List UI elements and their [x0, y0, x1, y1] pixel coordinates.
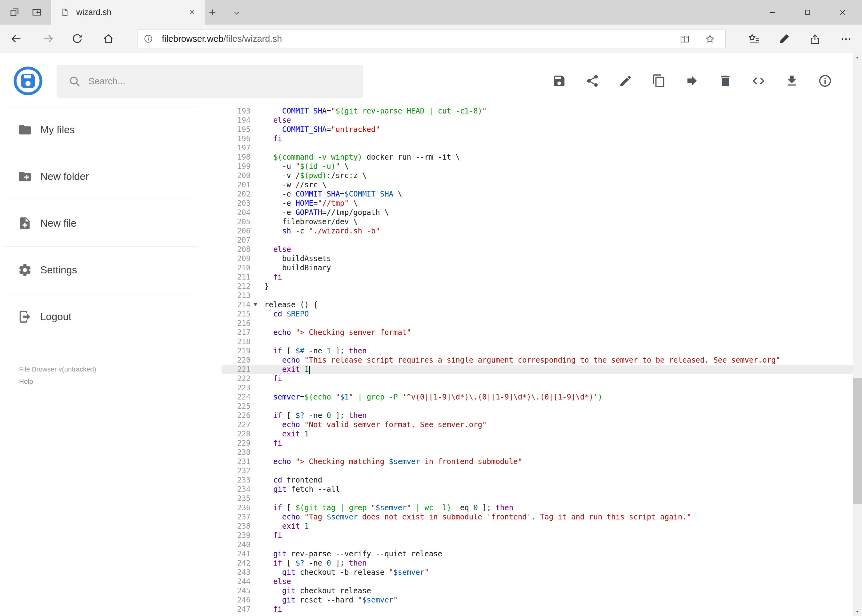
code-line-246[interactable]: 246 git reset --hard "$semver": [222, 596, 853, 605]
code-button[interactable]: [749, 71, 769, 91]
favorite-button[interactable]: [703, 32, 717, 46]
code-line-214[interactable]: 214release () {: [222, 300, 853, 310]
code-line-194[interactable]: 194 else: [222, 116, 853, 125]
code-line-208[interactable]: 208 else: [222, 245, 853, 254]
code-line-236[interactable]: 236 if [ $(git tag | grep "$semver" | wc…: [222, 503, 853, 512]
url-field[interactable]: filebrowser.web/files/wizard.sh: [137, 30, 726, 48]
code-line-196[interactable]: 196 fi: [222, 134, 853, 143]
help-link[interactable]: Help: [19, 376, 96, 388]
fold-marker-icon[interactable]: [253, 303, 258, 306]
code-line-203[interactable]: 203 -e HOME="//tmp" \: [222, 199, 853, 208]
maximize-button[interactable]: [790, 0, 825, 25]
page-scrollbar[interactable]: [853, 53, 862, 616]
code-line-211[interactable]: 211 fi: [222, 272, 853, 282]
code-line-217[interactable]: 217 echo "> Checking semver format": [222, 328, 853, 337]
scroll-down-button[interactable]: [853, 607, 862, 616]
code-line-202[interactable]: 202 -e COMMIT_SHA=$COMMIT_SHA \: [222, 189, 853, 199]
code-line-215[interactable]: 215 cd $REPO: [222, 310, 853, 319]
show-set-aside-tabs-button[interactable]: [9, 6, 20, 18]
sidebar-item-settings[interactable]: Settings: [4, 246, 199, 293]
home-button[interactable]: [101, 31, 116, 46]
code-line-238[interactable]: 238 exit 1: [222, 522, 853, 531]
code-line-200[interactable]: 200 -v /$(pwd):/src:z \: [222, 171, 853, 180]
more-menu-button[interactable]: [839, 32, 853, 46]
search-input[interactable]: [88, 76, 347, 86]
filebrowser-logo[interactable]: [13, 66, 43, 96]
save-button[interactable]: [549, 71, 569, 91]
code-line-230[interactable]: 230: [222, 448, 853, 457]
browser-tab[interactable]: wizard.sh: [51, 0, 205, 25]
scrollbar-thumb[interactable]: [853, 378, 862, 504]
code-line-232[interactable]: 232: [222, 466, 853, 475]
code-line-198[interactable]: 198 $(command -v winpty) docker run --rm…: [222, 152, 853, 162]
code-line-219[interactable]: 219 if [ $# -ne 1 ]; then: [222, 346, 853, 355]
sidebar-item-logout[interactable]: Logout: [4, 293, 199, 340]
reading-view-button[interactable]: [678, 32, 692, 46]
site-info-icon[interactable]: [143, 34, 153, 44]
code-line-201[interactable]: 201 -w //src \: [222, 180, 853, 189]
code-line-240[interactable]: 240: [222, 540, 853, 549]
share-page-button[interactable]: [808, 32, 822, 46]
minimize-button[interactable]: [755, 0, 790, 25]
tab-close-button[interactable]: [187, 7, 197, 17]
scroll-up-button[interactable]: [853, 53, 862, 63]
code-line-199[interactable]: 199 -u "$(id -u)" \: [222, 162, 853, 171]
sidebar-item-my-files[interactable]: My files: [4, 106, 199, 153]
code-line-247[interactable]: 247 fi: [222, 605, 853, 614]
code-line-206[interactable]: 206 sh -c "./wizard.sh -b": [222, 226, 853, 236]
code-line-195[interactable]: 195 COMMIT_SHA="untracked": [222, 125, 853, 134]
code-line-193[interactable]: 193 COMMIT_SHA="$(git rev-parse HEAD | c…: [222, 107, 853, 116]
code-line-245[interactable]: 245 git checkout release: [222, 586, 853, 596]
code-line-204[interactable]: 204 -e GOPATH=//tmp/gopath \: [222, 208, 853, 217]
code-line-222[interactable]: 222 fi: [222, 374, 853, 383]
copy-button[interactable]: [649, 71, 669, 91]
share-button[interactable]: [583, 71, 602, 91]
code-line-197[interactable]: 197: [222, 143, 853, 152]
close-window-button[interactable]: [825, 0, 860, 25]
sidebar-item-new-file[interactable]: New file: [4, 200, 199, 246]
sidebar-item-new-folder[interactable]: New folder: [4, 153, 199, 200]
web-note-button[interactable]: [777, 32, 791, 46]
forward-button[interactable]: [41, 31, 55, 46]
code-line-213[interactable]: 213: [222, 291, 853, 300]
code-line-209[interactable]: 209 buildAssets: [222, 254, 853, 263]
search-box[interactable]: [57, 65, 363, 97]
move-button[interactable]: [682, 71, 702, 91]
code-line-227[interactable]: 227 echo "Not valid semver format. See s…: [222, 420, 853, 429]
code-line-221[interactable]: 221 exit 1: [222, 365, 853, 374]
code-line-228[interactable]: 228 exit 1: [222, 429, 853, 438]
code-line-216[interactable]: 216: [222, 319, 853, 328]
set-tabs-aside-button[interactable]: [31, 6, 43, 18]
code-line-225[interactable]: 225: [222, 402, 853, 411]
code-line-207[interactable]: 207: [222, 236, 853, 245]
code-line-233[interactable]: 233 cd frontend: [222, 475, 853, 485]
code-line-241[interactable]: 241 git rev-parse --verify --quiet relea…: [222, 549, 853, 558]
code-line-239[interactable]: 239 fi: [222, 531, 853, 540]
tab-preview-toggle-button[interactable]: [232, 8, 242, 18]
refresh-button[interactable]: [70, 31, 85, 46]
code-line-237[interactable]: 237 echo "Tag $semver does not exist in …: [222, 512, 853, 522]
download-button[interactable]: [782, 71, 802, 91]
code-line-210[interactable]: 210 buildBinary: [222, 263, 853, 272]
delete-button[interactable]: [715, 71, 735, 91]
code-line-243[interactable]: 243 git checkout -b release "$semver": [222, 568, 853, 577]
code-line-205[interactable]: 205 filebrowser/dev \: [222, 217, 853, 226]
code-line-220[interactable]: 220 echo "This release script requires a…: [222, 355, 853, 365]
new-tab-button[interactable]: [207, 7, 218, 18]
code-line-223[interactable]: 223: [222, 383, 853, 393]
code-line-244[interactable]: 244 else: [222, 577, 853, 586]
code-line-226[interactable]: 226 if [ $? -ne 0 ]; then: [222, 411, 853, 420]
code-line-231[interactable]: 231 echo "> Checking matching $semver in…: [222, 457, 853, 466]
code-line-224[interactable]: 224 semver=$(echo "$1" | grep -P '^v(0|[…: [222, 393, 853, 402]
code-line-242[interactable]: 242 if [ $? -ne 0 ]; then: [222, 558, 853, 568]
code-line-212[interactable]: 212}: [222, 282, 853, 291]
code-editor[interactable]: 193 COMMIT_SHA="$(git rev-parse HEAD | c…: [222, 103, 853, 616]
info-button[interactable]: [815, 71, 835, 91]
back-button[interactable]: [9, 31, 24, 46]
edit-button[interactable]: [616, 71, 635, 91]
code-line-229[interactable]: 229 fi: [222, 438, 853, 448]
code-line-235[interactable]: 235: [222, 494, 853, 503]
code-line-234[interactable]: 234 git fetch --all: [222, 485, 853, 494]
hub-button[interactable]: [747, 32, 761, 46]
code-line-218[interactable]: 218: [222, 337, 853, 346]
